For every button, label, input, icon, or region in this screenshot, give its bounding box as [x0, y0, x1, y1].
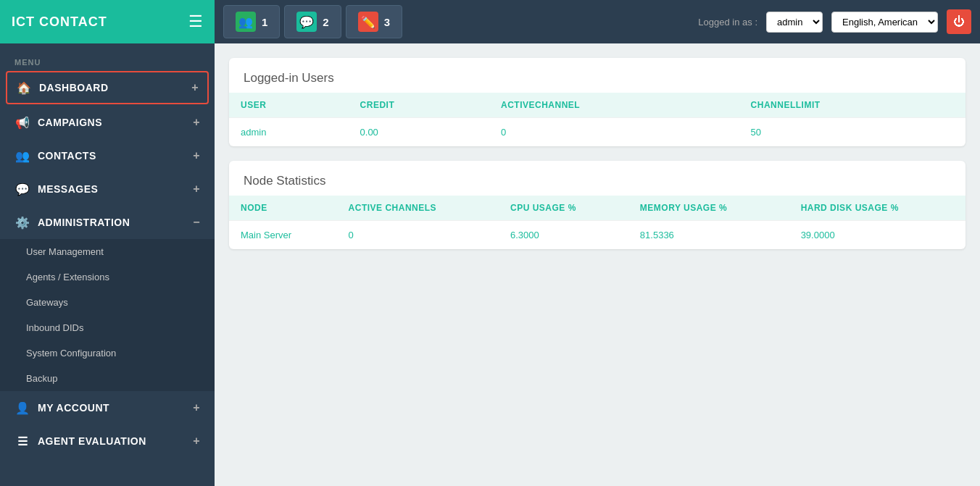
table-row: Main Server 0 6.3000 81.5336 39.0000	[229, 221, 966, 250]
sidebar-subitem-agents-extensions[interactable]: Agents / Extensions	[0, 264, 215, 290]
brand-bar: ICT CONTACT ☰	[0, 0, 215, 43]
main-layout: MENU 🏠 DASHBOARD + 📢 CAMPAIGNS + 👥 CONTA…	[0, 43, 980, 486]
col-user: USER	[229, 93, 349, 118]
sidebar-subitem-inbound-dids[interactable]: Inbound DIDs	[0, 315, 215, 340]
logout-button[interactable]: ⏻	[947, 9, 971, 34]
contacts-plus: +	[193, 149, 200, 162]
dashboard-label: DASHBOARD	[39, 82, 109, 93]
administration-label: ADMINISTRATION	[38, 217, 130, 228]
sidebar-item-agent-evaluation[interactable]: ☰ AGENT EVALUATION +	[0, 424, 215, 458]
sidebar: MENU 🏠 DASHBOARD + 📢 CAMPAIGNS + 👥 CONTA…	[0, 43, 215, 486]
agent-evaluation-icon: ☰	[14, 433, 30, 449]
header-right: Logged in as : admin English, American ⏻	[698, 9, 971, 34]
cell-memory-usage: 81.5336	[628, 221, 789, 250]
administration-suffix: −	[193, 216, 200, 229]
cell-cpu-usage: 6.3000	[499, 221, 628, 250]
col-active-channels: ACTIVE CHANNELS	[337, 196, 499, 221]
sidebar-subitem-gateways[interactable]: Gateways	[0, 290, 215, 315]
col-activechannel: ACTIVECHANNEL	[489, 93, 739, 118]
tab1-icon: 👥	[236, 12, 256, 32]
language-dropdown[interactable]: English, American	[831, 12, 938, 33]
admin-dropdown[interactable]: admin	[766, 12, 823, 33]
messages-icon: 💬	[14, 181, 30, 197]
tab1-number: 1	[262, 16, 267, 28]
cell-activechannel: 0	[489, 118, 739, 147]
contacts-label: CONTACTS	[38, 150, 96, 162]
nav-tab-2[interactable]: 💬 2	[284, 5, 341, 38]
col-memory-usage: MEMORY USAGE %	[628, 196, 789, 221]
logged-in-users-header-row: USER CREDIT ACTIVECHANNEL CHANNELLIMIT	[229, 93, 966, 118]
node-statistics-table: NODE ACTIVE CHANNELS CPU USAGE % MEMORY …	[229, 196, 966, 249]
sidebar-item-dashboard[interactable]: 🏠 DASHBOARD +	[6, 71, 209, 104]
cell-credit: 0.00	[349, 118, 489, 147]
sidebar-item-campaigns[interactable]: 📢 CAMPAIGNS +	[0, 106, 215, 139]
my-account-label: MY ACCOUNT	[38, 402, 109, 414]
nav-tab-3[interactable]: ✏️ 3	[346, 5, 402, 38]
header-nav: 👥 1 💬 2 ✏️ 3 Logged in as : admin Englis…	[215, 0, 980, 43]
sidebar-item-my-account[interactable]: 👤 MY ACCOUNT +	[0, 391, 215, 424]
cell-hard-disk-usage: 39.0000	[789, 221, 966, 250]
cell-channellimit: 50	[739, 118, 966, 147]
tab2-icon: 💬	[296, 12, 317, 32]
logged-in-users-card: Logged-in Users USER CREDIT ACTIVECHANNE…	[229, 58, 966, 146]
nav-tab-1[interactable]: 👥 1	[223, 5, 280, 38]
logged-in-users-table: USER CREDIT ACTIVECHANNEL CHANNELLIMIT a…	[229, 93, 966, 146]
col-credit: CREDIT	[349, 93, 489, 118]
my-account-icon: 👤	[14, 400, 30, 416]
node-statistics-card: Node Statistics NODE ACTIVE CHANNELS CPU…	[229, 161, 966, 249]
messages-plus: +	[193, 183, 200, 196]
campaigns-label: CAMPAIGNS	[38, 117, 102, 128]
main-content: Logged-in Users USER CREDIT ACTIVECHANNE…	[215, 43, 980, 486]
logged-in-users-title: Logged-in Users	[229, 58, 966, 93]
campaigns-plus: +	[193, 116, 200, 129]
table-row: admin 0.00 0 50	[229, 118, 966, 147]
menu-label: MENU	[0, 52, 215, 70]
messages-label: MESSAGES	[38, 183, 98, 195]
sidebar-item-contacts[interactable]: 👥 CONTACTS +	[0, 139, 215, 172]
dashboard-plus: +	[191, 81, 199, 94]
cell-user[interactable]: admin	[229, 118, 349, 147]
sidebar-subitem-system-configuration[interactable]: System Configuration	[0, 340, 215, 366]
campaigns-icon: 📢	[14, 114, 30, 130]
hamburger-icon[interactable]: ☰	[188, 12, 203, 31]
my-account-plus: +	[193, 401, 200, 414]
col-node: NODE	[229, 196, 337, 221]
node-statistics-header-row: NODE ACTIVE CHANNELS CPU USAGE % MEMORY …	[229, 196, 966, 221]
sidebar-item-messages[interactable]: 💬 MESSAGES +	[0, 172, 215, 206]
col-cpu-usage: CPU USAGE %	[499, 196, 628, 221]
node-statistics-title: Node Statistics	[229, 161, 966, 196]
sidebar-subitem-user-management[interactable]: User Management	[0, 239, 215, 264]
tab2-number: 2	[323, 16, 328, 28]
logout-icon: ⏻	[953, 15, 965, 28]
contacts-icon: 👥	[14, 148, 30, 164]
administration-icon: ⚙️	[14, 214, 30, 230]
tab3-number: 3	[384, 16, 390, 28]
agent-evaluation-plus: +	[193, 435, 200, 448]
administration-submenu: User Management Agents / Extensions Gate…	[0, 239, 215, 391]
logged-in-label: Logged in as :	[698, 17, 757, 28]
app-title: ICT CONTACT	[12, 14, 188, 30]
dashboard-icon: 🏠	[16, 80, 32, 96]
col-hard-disk-usage: HARD DISK USAGE %	[789, 196, 966, 221]
cell-active-channels: 0	[337, 221, 499, 250]
agent-evaluation-label: AGENT EVALUATION	[38, 435, 146, 447]
sidebar-item-administration[interactable]: ⚙️ ADMINISTRATION −	[0, 206, 215, 239]
sidebar-subitem-backup[interactable]: Backup	[0, 366, 215, 391]
tab3-icon: ✏️	[358, 12, 378, 32]
cell-node[interactable]: Main Server	[229, 221, 337, 250]
col-channellimit: CHANNELLIMIT	[739, 93, 966, 118]
